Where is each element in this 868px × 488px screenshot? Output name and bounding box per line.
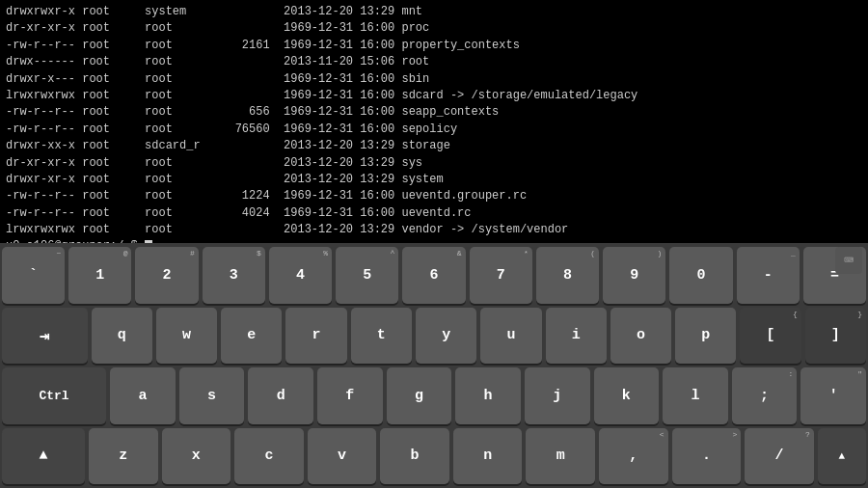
key-sub-label: ? <box>805 430 810 439</box>
key-n[interactable]: n <box>453 428 523 485</box>
key-_[interactable]: /? <box>745 428 814 485</box>
key-label: ⇥ <box>40 325 50 346</box>
key-d[interactable]: d <box>248 367 313 424</box>
key-i[interactable]: i <box>546 308 607 365</box>
key-b[interactable]: b <box>380 428 449 485</box>
key-label: 6 <box>430 267 439 284</box>
key-9[interactable]: 9) <box>603 247 665 304</box>
keyboard-row-1: `~1@2#3$4%5^6&7*8(9)0-_=+ <box>2 247 866 304</box>
key-x[interactable]: x <box>162 428 231 485</box>
key-_[interactable]: ,< <box>599 428 668 485</box>
key-_[interactable]: ;: <box>732 367 798 424</box>
key-0[interactable]: 0 <box>669 247 732 304</box>
key-6[interactable]: 6& <box>402 247 465 304</box>
key-label: 5 <box>363 267 371 284</box>
key-f[interactable]: f <box>317 367 383 424</box>
key-p[interactable]: p <box>675 308 736 365</box>
key-_[interactable]: ▲ <box>818 428 866 485</box>
terminal-line: dr-xr-xr-x root root 1969-12-31 16:00 pr… <box>6 21 429 35</box>
key-sub-label: } <box>857 310 862 318</box>
key-e[interactable]: e <box>221 308 282 365</box>
key-w[interactable]: w <box>156 308 217 365</box>
key-2[interactable]: 2# <box>135 247 198 304</box>
key-label: t <box>377 327 386 343</box>
terminal-line: drwxr-x--- root root 1969-12-31 16:00 sb… <box>6 72 429 86</box>
key-sub-label: ( <box>590 249 595 258</box>
key-s[interactable]: s <box>179 367 245 424</box>
key-label: / <box>775 447 784 464</box>
terminal-line: -rw-r--r-- root root 76560 1969-12-31 16… <box>6 122 457 136</box>
key-c[interactable]: c <box>234 428 304 485</box>
keyboard-logo-icon: ⌨ <box>835 247 862 274</box>
key-y[interactable]: y <box>416 308 476 365</box>
key-label: v <box>338 447 346 464</box>
key-label: 1 <box>95 267 104 284</box>
key-sub-label: ^ <box>391 249 395 258</box>
key-_[interactable]: ▲ <box>2 428 85 485</box>
key-label: - <box>764 267 773 284</box>
key-label: 3 <box>230 267 238 284</box>
key-r[interactable]: r <box>285 308 346 365</box>
key-label: ' <box>829 388 838 404</box>
key-sub-label: : <box>789 369 794 378</box>
key-label: m <box>556 447 565 464</box>
key-t[interactable]: t <box>351 308 412 365</box>
key-label: q <box>118 327 126 343</box>
key-label: [ <box>767 327 775 343</box>
key-label: u <box>506 327 515 343</box>
key-z[interactable]: z <box>89 428 158 485</box>
key-m[interactable]: m <box>526 428 595 485</box>
terminal-output: drwxrwxr-x root system 2013-12-20 13:29 … <box>0 0 868 243</box>
key-Ctrl[interactable]: Ctrl <box>2 367 106 424</box>
key-u[interactable]: u <box>480 308 541 365</box>
key-a[interactable]: a <box>110 367 176 424</box>
key-label: ▲ <box>39 447 47 464</box>
key-j[interactable]: j <box>525 367 590 424</box>
key-label: k <box>622 388 631 404</box>
key-label: . <box>702 447 711 464</box>
terminal-line: drwxr-xx-x root sdcard_r 2013-12-20 13:2… <box>6 139 450 152</box>
key-label: w <box>182 327 191 343</box>
key-_[interactable]: ⇥ <box>2 308 88 365</box>
key-_[interactable]: `~ <box>2 247 65 304</box>
key-label: e <box>247 327 256 343</box>
key-sub-label: < <box>660 430 665 439</box>
key-label: z <box>119 447 127 464</box>
key-label: l <box>691 388 699 404</box>
key-label: ` <box>29 267 38 284</box>
keyboard-row-2: ⇥qwertyuiop[{]} <box>2 308 866 365</box>
key-sub-label: # <box>190 249 195 258</box>
key-g[interactable]: g <box>387 367 452 424</box>
key-l[interactable]: l <box>663 367 728 424</box>
key-sub-label: ~ <box>56 249 61 258</box>
key-4[interactable]: 4% <box>269 247 332 304</box>
key-label: r <box>312 327 321 343</box>
key-_[interactable]: '" <box>800 367 866 424</box>
key-k[interactable]: k <box>594 367 660 424</box>
key-h[interactable]: h <box>455 367 521 424</box>
terminal-line: drwx------ root root 2013-11-20 15:06 ro… <box>6 55 429 68</box>
key-sub-label: ) <box>658 249 663 258</box>
key-label: ▲ <box>839 450 846 462</box>
key-_[interactable]: -_ <box>737 247 800 304</box>
key-1[interactable]: 1@ <box>68 247 131 304</box>
key-label: x <box>192 447 201 464</box>
key-label: y <box>442 327 450 343</box>
key-v[interactable]: v <box>308 428 377 485</box>
key-_[interactable]: ]} <box>805 308 866 365</box>
key-sub-label: $ <box>257 249 261 258</box>
key-label: 8 <box>563 267 572 284</box>
terminal-line: -rw-r--r-- root root 4024 1969-12-31 16:… <box>6 206 471 220</box>
key-5[interactable]: 5^ <box>336 247 398 304</box>
key-8[interactable]: 8( <box>536 247 599 304</box>
key-label: ] <box>831 327 840 343</box>
key-7[interactable]: 7* <box>470 247 532 304</box>
key-_[interactable]: .> <box>672 428 742 485</box>
key-o[interactable]: o <box>610 308 671 365</box>
key-q[interactable]: q <box>92 308 152 365</box>
terminal-line: -rw-r--r-- root root 656 1969-12-31 16:0… <box>6 105 499 119</box>
key-label: c <box>264 447 273 464</box>
key-3[interactable]: 3$ <box>203 247 265 304</box>
key-_[interactable]: [{ <box>740 308 800 365</box>
key-sub-label: { <box>793 310 798 318</box>
